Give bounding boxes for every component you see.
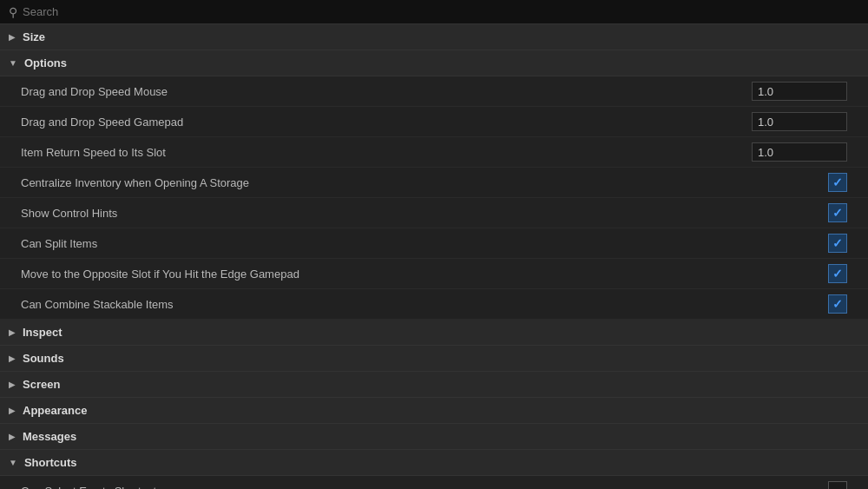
- checkbox[interactable]: [828, 173, 847, 192]
- setting-label: Can Select Empty Shortcut: [21, 485, 156, 490]
- section-arrow-sounds: ▶: [9, 354, 16, 363]
- settings-content: ▶Size▼OptionsDrag and Drop Speed MouseDr…: [0, 24, 868, 489]
- section-arrow-options: ▼: [9, 58, 17, 68]
- setting-label: Show Control Hints: [21, 207, 117, 220]
- search-icon: ⚲: [9, 5, 17, 19]
- setting-label: Can Split Items: [21, 237, 97, 250]
- section-arrow-messages: ▶: [9, 432, 16, 441]
- number-input[interactable]: [752, 82, 847, 101]
- checkbox[interactable]: [828, 203, 847, 222]
- section-label-shortcuts: Shortcuts: [24, 456, 77, 469]
- setting-label: Move to the Opposite Slot if You Hit the…: [21, 268, 299, 281]
- section-label-appearance: Appearance: [23, 404, 87, 417]
- section-header-sounds[interactable]: ▶Sounds: [0, 346, 868, 372]
- search-bar[interactable]: ⚲: [0, 0, 868, 24]
- section-header-screen[interactable]: ▶Screen: [0, 372, 868, 398]
- checkbox[interactable]: [828, 294, 847, 314]
- section-label-screen: Screen: [23, 378, 60, 391]
- number-input[interactable]: [752, 112, 847, 131]
- section-header-inspect[interactable]: ▶Inspect: [0, 320, 868, 346]
- section-label-sounds: Sounds: [23, 352, 64, 365]
- section-arrow-shortcuts: ▼: [9, 458, 17, 467]
- table-row: Item Return Speed to Its Slot: [0, 137, 868, 168]
- section-header-shortcuts[interactable]: ▼Shortcuts: [0, 450, 868, 476]
- search-input[interactable]: [23, 5, 859, 18]
- setting-label: Drag and Drop Speed Mouse: [21, 85, 168, 98]
- section-arrow-inspect: ▶: [9, 327, 16, 337]
- number-input[interactable]: [752, 142, 847, 162]
- table-row: Can Select Empty Shortcut: [0, 476, 868, 489]
- section-header-appearance[interactable]: ▶Appearance: [0, 398, 868, 424]
- section-arrow-screen: ▶: [9, 380, 16, 389]
- setting-label: Item Return Speed to Its Slot: [21, 146, 166, 159]
- setting-label: Centralize Inventory when Opening A Stor…: [21, 176, 249, 189]
- table-row: Can Combine Stackable Items: [0, 289, 868, 320]
- table-row: Show Control Hints: [0, 198, 868, 228]
- setting-label: Can Combine Stackable Items: [21, 298, 174, 311]
- section-header-size[interactable]: ▶Size: [0, 24, 868, 50]
- table-row: Move to the Opposite Slot if You Hit the…: [0, 259, 868, 289]
- section-arrow-appearance: ▶: [9, 406, 16, 415]
- checkbox[interactable]: [828, 481, 847, 489]
- table-row: Centralize Inventory when Opening A Stor…: [0, 168, 868, 198]
- section-label-options: Options: [24, 56, 67, 69]
- checkbox[interactable]: [828, 234, 847, 253]
- setting-label: Drag and Drop Speed Gamepad: [21, 116, 183, 129]
- section-arrow-size: ▶: [9, 32, 16, 42]
- table-row: Can Split Items: [0, 228, 868, 259]
- section-header-options[interactable]: ▼Options: [0, 50, 868, 76]
- checkbox[interactable]: [828, 264, 847, 283]
- section-label-size: Size: [23, 30, 45, 43]
- table-row: Drag and Drop Speed Gamepad: [0, 107, 868, 137]
- table-row: Drag and Drop Speed Mouse: [0, 76, 868, 107]
- section-header-messages[interactable]: ▶Messages: [0, 424, 868, 450]
- section-label-messages: Messages: [23, 430, 76, 443]
- section-label-inspect: Inspect: [23, 326, 62, 339]
